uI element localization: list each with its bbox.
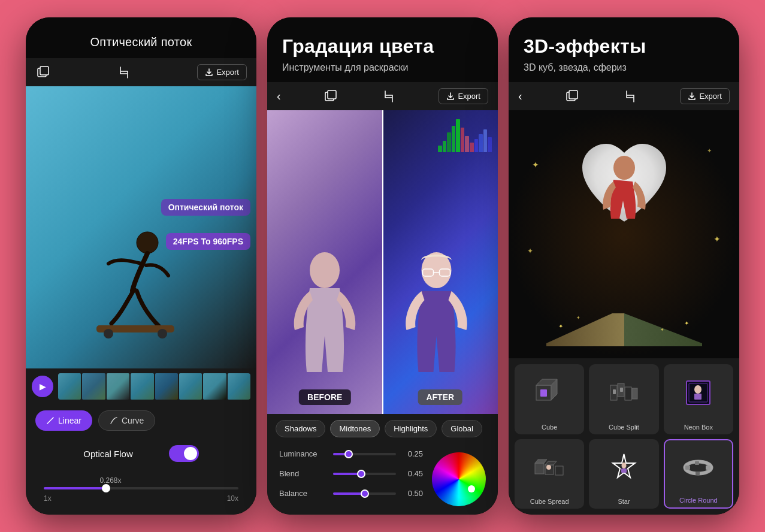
speed-fill xyxy=(44,487,106,489)
svg-rect-27 xyxy=(613,389,616,394)
optical-flow-control: Optical Flow xyxy=(26,437,256,470)
luminance-knob[interactable] xyxy=(344,450,353,458)
frame-thumb-4 xyxy=(131,373,153,400)
svg-rect-33 xyxy=(535,463,544,474)
phone3-toolbar: ‹ Export xyxy=(509,82,739,110)
export-button2[interactable]: Export xyxy=(439,88,488,104)
effect-circle-round[interactable]: Circle Round xyxy=(664,439,733,509)
tab-global[interactable]: Global xyxy=(442,420,482,437)
linear-button[interactable]: Linear xyxy=(35,410,92,431)
color-wheel[interactable] xyxy=(432,452,486,506)
svg-point-36 xyxy=(546,465,551,470)
blend-value: 0.45 xyxy=(402,469,423,478)
svg-rect-44 xyxy=(706,466,710,470)
effect-cube[interactable]: Cube xyxy=(515,364,584,434)
svg-rect-39 xyxy=(621,468,627,473)
svg-rect-1 xyxy=(40,66,49,75)
neon-box-thumb xyxy=(664,364,733,421)
after-label: AFTER xyxy=(418,389,462,405)
circle-round-label: Circle Round xyxy=(677,495,720,504)
back-button3[interactable]: ‹ xyxy=(518,89,522,103)
svg-point-16 xyxy=(613,156,635,180)
sticker-icon3[interactable] xyxy=(564,89,580,104)
cube-split-label: Cube Split xyxy=(606,422,642,431)
speed-min: 1x xyxy=(44,494,52,503)
before-label: BEFORE xyxy=(299,389,350,405)
blend-row: Blend 0.45 xyxy=(279,469,423,478)
speed-max: 10x xyxy=(227,494,238,503)
crop-icon2[interactable] xyxy=(381,89,397,104)
speed-knob[interactable] xyxy=(102,484,110,492)
speed-track[interactable] xyxy=(44,487,238,489)
sticker-icon2[interactable] xyxy=(323,89,338,104)
effect-star[interactable]: Star xyxy=(589,439,658,509)
phone2-content: ‹ Export xyxy=(267,82,498,515)
before-panel: BEFORE xyxy=(267,110,383,414)
svg-rect-8 xyxy=(328,90,336,99)
cube-label: Cube xyxy=(539,422,560,431)
svg-point-2 xyxy=(137,232,158,253)
sticker-icon[interactable] xyxy=(35,65,51,80)
phone-3d-effects: 3D-эффекты 3D куб, звезда, сфериз ‹ xyxy=(509,17,739,515)
balance-value: 0.50 xyxy=(402,489,423,498)
phone1-title: Оптический поток xyxy=(38,35,244,49)
sparkle1: ✦ xyxy=(532,160,539,170)
phone3-title: 3D-эффекты xyxy=(521,35,727,58)
fps-label: 24FPS To 960FPS xyxy=(166,233,250,250)
balance-track[interactable] xyxy=(333,492,396,495)
effect-cube-spread[interactable]: Cube Spread xyxy=(515,439,584,509)
star-thumb xyxy=(589,439,658,496)
phone3-subtitle: 3D куб, звезда, сфериз xyxy=(521,58,727,73)
sparkle4: ✦ xyxy=(713,234,721,244)
curve-controls: Linear Curve xyxy=(26,404,256,437)
svg-rect-35 xyxy=(555,466,563,475)
balance-knob[interactable] xyxy=(361,489,369,498)
effect-neon-box[interactable]: Neon Box xyxy=(664,364,733,434)
svg-point-38 xyxy=(621,463,626,468)
frame-thumb-3 xyxy=(107,373,129,400)
frames-strip xyxy=(58,373,250,400)
tab-shadows[interactable]: Shadows xyxy=(276,420,325,437)
svg-text:✦: ✦ xyxy=(660,327,664,332)
back-button[interactable]: ‹ xyxy=(277,89,281,103)
effect-cube-split[interactable]: Cube Split xyxy=(589,364,658,434)
optical-flow-toggle[interactable] xyxy=(169,445,199,462)
effects-grid: Cube Cube Split xyxy=(509,358,739,515)
svg-rect-43 xyxy=(695,461,699,465)
balance-label: Balance xyxy=(279,489,327,498)
phone2-toolbar: ‹ Export xyxy=(267,82,498,110)
speed-value: 0.268x xyxy=(38,476,244,485)
svg-text:✦: ✦ xyxy=(684,320,689,327)
frame-thumb-7 xyxy=(203,373,226,400)
optical-flow-video-label: Оптический поток xyxy=(161,199,250,216)
frame-thumb-5 xyxy=(155,373,178,400)
svg-text:✦: ✦ xyxy=(558,323,563,330)
luminance-row: Luminance 0.25 xyxy=(279,449,423,458)
crop-icon[interactable] xyxy=(116,65,132,80)
svg-point-5 xyxy=(158,329,167,338)
blend-knob[interactable] xyxy=(357,470,365,478)
blend-track[interactable] xyxy=(333,473,396,475)
phone2-title: Градация цвета xyxy=(279,35,486,58)
svg-rect-26 xyxy=(632,388,637,399)
neon-box-label: Neon Box xyxy=(682,422,715,431)
star-label: Star xyxy=(615,496,632,505)
curve-button[interactable]: Curve xyxy=(98,410,155,431)
cube-spread-thumb xyxy=(515,439,584,496)
heart-shape xyxy=(570,135,678,231)
luminance-track[interactable] xyxy=(333,453,396,455)
phone1-toolbar: Export xyxy=(26,58,256,86)
phone2-subtitle: Инструменты для раскраски xyxy=(279,58,486,73)
effect-preview: ✦ ✦ ✦ ✦ ✦ ✦ ✦ ✦ xyxy=(509,110,739,358)
frame-thumb-2 xyxy=(82,373,105,400)
frame-thumb-1 xyxy=(58,373,81,400)
luminance-label: Luminance xyxy=(279,449,327,458)
export-button3[interactable]: Export xyxy=(680,88,730,104)
frame-thumb-6 xyxy=(179,373,202,400)
export-button[interactable]: Export xyxy=(197,64,247,80)
play-button[interactable]: ▶ xyxy=(32,376,53,397)
tab-midtones[interactable]: Midtones xyxy=(330,420,380,437)
crop-icon3[interactable] xyxy=(622,89,638,104)
balance-row: Balance 0.50 xyxy=(279,489,423,498)
tab-highlights[interactable]: Highlights xyxy=(385,420,437,437)
